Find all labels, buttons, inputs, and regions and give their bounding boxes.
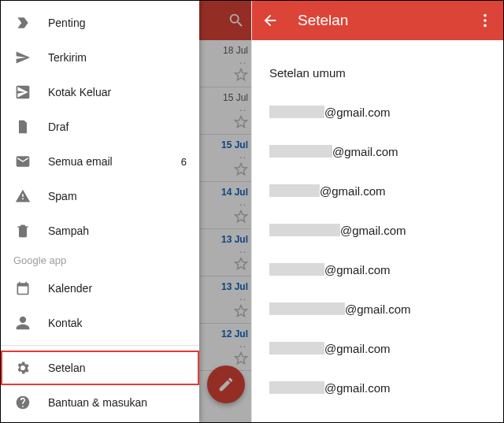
svg-point-2 bbox=[484, 19, 487, 22]
outbox-icon bbox=[13, 83, 32, 102]
account-domain: @gmail.com bbox=[324, 263, 391, 276]
account-domain: @gmail.com bbox=[345, 302, 411, 316]
drawer-item-label: Spam bbox=[48, 190, 77, 202]
drawer-section-google: Google app bbox=[1, 248, 199, 271]
drawer-item-label: Terkirim bbox=[48, 51, 87, 64]
settings-icon bbox=[13, 358, 32, 377]
settings-appbar: Setelan bbox=[252, 1, 503, 40]
drawer-item-label: Kotak Keluar bbox=[48, 86, 111, 98]
drawer-google-item-contacts[interactable]: Kontak bbox=[1, 306, 199, 340]
account-domain: @gmail.com bbox=[332, 145, 398, 158]
divider bbox=[1, 345, 199, 346]
help-icon bbox=[13, 393, 32, 412]
settings-account-row[interactable]: @gmail.com bbox=[252, 210, 503, 250]
settings-title: Setelan bbox=[298, 12, 348, 29]
trash-icon bbox=[13, 221, 32, 240]
drawer-item-label: Semua email bbox=[48, 155, 113, 168]
drawer-item-important[interactable]: Penting bbox=[1, 6, 199, 40]
drawer-google-item-calendar[interactable]: Kalender bbox=[1, 271, 199, 306]
drawer-item-sent[interactable]: Terkirim bbox=[1, 40, 199, 75]
redacted-text bbox=[269, 224, 340, 236]
settings-account-row[interactable]: @gmail.com bbox=[252, 368, 503, 407]
redacted-text bbox=[269, 145, 332, 158]
nav-drawer: PentingTerkirimKotak KeluarDrafSemua ema… bbox=[1, 1, 199, 422]
settings-panel: Setelan Setelan umum @gmail.com@gmail.co… bbox=[251, 1, 503, 422]
svg-point-1 bbox=[484, 14, 487, 17]
redacted-text bbox=[269, 106, 324, 118]
drawer-item-outbox[interactable]: Kotak Keluar bbox=[1, 75, 199, 109]
drawer-item-badge: 6 bbox=[181, 156, 187, 168]
account-domain: @gmail.com bbox=[324, 381, 391, 395]
drawer-item-label: Kalender bbox=[48, 282, 92, 295]
settings-account-row[interactable]: @gmail.com bbox=[252, 250, 503, 289]
redacted-text bbox=[269, 342, 324, 354]
settings-add-account[interactable]: Tambahkan akun bbox=[252, 407, 503, 423]
contacts-icon bbox=[13, 314, 32, 332]
redacted-text bbox=[269, 302, 345, 315]
draft-icon bbox=[13, 117, 32, 136]
drawer-item-draft[interactable]: Draf bbox=[1, 109, 199, 144]
settings-account-row[interactable]: @gmail.com bbox=[252, 328, 503, 368]
drawer-item-label: Setelan bbox=[48, 362, 85, 374]
redacted-text bbox=[269, 381, 324, 394]
more-icon[interactable] bbox=[476, 12, 494, 29]
settings-general[interactable]: Setelan umum bbox=[252, 53, 503, 92]
redacted-text bbox=[269, 184, 320, 197]
drawer-item-allmail[interactable]: Semua email6 bbox=[1, 144, 199, 179]
drawer-scrim[interactable] bbox=[199, 1, 253, 422]
settings-account-row[interactable]: @gmail.com bbox=[252, 92, 503, 132]
account-domain: @gmail.com bbox=[324, 106, 391, 119]
drawer-footer-item-settings[interactable]: Setelan bbox=[1, 351, 199, 385]
important-icon bbox=[13, 13, 32, 32]
drawer-item-label: Draf bbox=[48, 121, 69, 133]
drawer-item-label: Bantuan & masukan bbox=[48, 396, 147, 409]
drawer-item-trash[interactable]: Sampah bbox=[1, 213, 199, 248]
redacted-text bbox=[269, 263, 324, 276]
drawer-footer-item-help[interactable]: Bantuan & masukan bbox=[1, 385, 199, 420]
account-domain: @gmail.com bbox=[340, 224, 406, 237]
settings-account-row[interactable]: @gmail.com bbox=[252, 132, 503, 171]
calendar-icon bbox=[13, 279, 32, 298]
account-domain: @gmail.com bbox=[324, 342, 391, 355]
svg-point-3 bbox=[484, 24, 487, 28]
drawer-item-label: Sampah bbox=[48, 224, 89, 237]
drawer-item-label: Kontak bbox=[48, 317, 83, 329]
drawer-item-spam[interactable]: Spam bbox=[1, 179, 199, 213]
drawer-item-label: Penting bbox=[48, 17, 85, 29]
account-domain: @gmail.com bbox=[320, 184, 386, 198]
spam-icon bbox=[13, 187, 32, 206]
settings-account-row[interactable]: @gmail.com bbox=[252, 171, 503, 210]
settings-account-row[interactable]: @gmail.com bbox=[252, 289, 503, 328]
allmail-icon bbox=[13, 152, 32, 171]
back-icon[interactable] bbox=[261, 12, 279, 29]
sent-icon bbox=[13, 48, 32, 67]
